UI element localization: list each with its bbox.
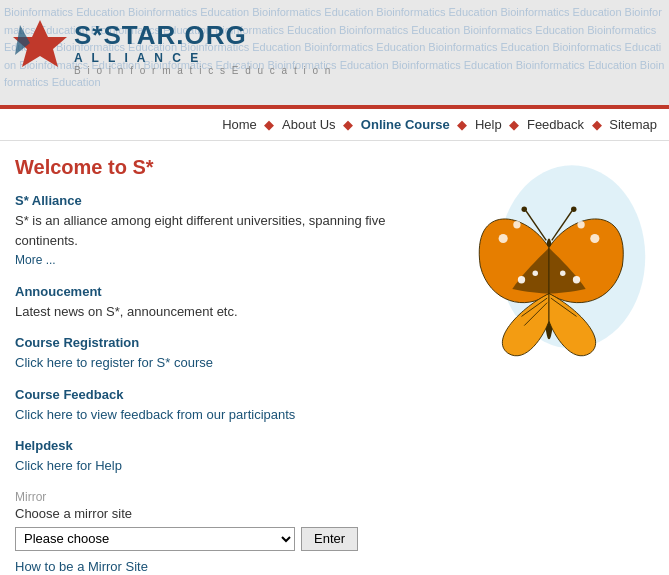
nav-dot-2: ◆ (343, 117, 353, 132)
section-title-course-registration[interactable]: Course Registration (15, 335, 429, 350)
logo-text: S*STAR.ORG A L L I A N C E B i o i n f o… (74, 20, 332, 76)
nav-home[interactable]: Home (222, 117, 257, 132)
section-title-announcement[interactable]: Annoucement (15, 284, 429, 299)
nav-dot-5: ◆ (592, 117, 602, 132)
svg-point-7 (577, 221, 584, 228)
svg-point-6 (590, 234, 599, 243)
svg-point-5 (513, 221, 520, 228)
svg-point-10 (573, 276, 580, 283)
nav-online-course[interactable]: Online Course (361, 117, 450, 132)
nav-sitemap[interactable]: Sitemap (609, 117, 657, 132)
nav-about-us[interactable]: About Us (282, 117, 335, 132)
svg-point-4 (499, 234, 508, 243)
butterfly-area (439, 156, 659, 575)
logo-alliance: A L L I A N C E (74, 51, 332, 65)
nav-feedback[interactable]: Feedback (527, 117, 584, 132)
svg-point-13 (522, 206, 528, 212)
mirror-site-link[interactable]: How to be a Mirror Site (15, 559, 148, 574)
banner: Bioinformatics Education Bioinformatics … (0, 0, 669, 105)
mirror-select[interactable]: Please choose (15, 527, 295, 551)
svg-point-15 (571, 206, 577, 212)
svg-point-8 (518, 276, 525, 283)
main-content: Welcome to S* S* Alliance S* is an allia… (15, 156, 439, 575)
section-body-helpdesk: Click here for Help (15, 456, 429, 476)
section-title-helpdesk[interactable]: Helpdesk (15, 438, 429, 453)
svg-point-11 (560, 271, 566, 277)
svg-point-9 (533, 271, 539, 277)
section-body-alliance: S* is an alliance among eight different … (15, 211, 429, 270)
mirror-label: Mirror (15, 490, 429, 504)
logo-area: S*STAR.ORG A L L I A N C E B i o i n f o… (10, 15, 332, 80)
mirror-controls: Please choose Enter (15, 527, 429, 551)
section-title-alliance[interactable]: S* Alliance (15, 193, 429, 208)
nav-help[interactable]: Help (475, 117, 502, 132)
nav-bar: Home ◆ About Us ◆ Online Course ◆ Help ◆… (0, 109, 669, 141)
course-registration-link[interactable]: Click here to register for S* course (15, 355, 213, 370)
logo-sstar: S*STAR.ORG (74, 20, 332, 51)
course-feedback-link[interactable]: Click here to view feedback from our par… (15, 407, 295, 422)
content-area: Welcome to S* S* Alliance S* is an allia… (0, 141, 669, 575)
welcome-title: Welcome to S* (15, 156, 429, 179)
more-link-alliance[interactable]: More ... (15, 253, 56, 267)
nav-dot-3: ◆ (457, 117, 467, 132)
logo-star-icon (10, 15, 70, 80)
section-title-course-feedback[interactable]: Course Feedback (15, 387, 429, 402)
mirror-title: Choose a mirror site (15, 506, 429, 521)
section-body-course-feedback: Click here to view feedback from our par… (15, 405, 429, 425)
nav-dot-1: ◆ (264, 117, 274, 132)
nav-dot-4: ◆ (509, 117, 519, 132)
helpdesk-link[interactable]: Click here for Help (15, 458, 122, 473)
section-body-course-registration: Click here to register for S* course (15, 353, 429, 373)
mirror-section: Mirror Choose a mirror site Please choos… (15, 490, 429, 574)
butterfly-image (444, 156, 654, 376)
section-body-announcement: Latest news on S*, announcement etc. (15, 302, 429, 322)
mirror-enter-button[interactable]: Enter (301, 527, 358, 551)
logo-subtitle: B i o i n f o r m a t i c s E d u c a t … (74, 65, 332, 76)
